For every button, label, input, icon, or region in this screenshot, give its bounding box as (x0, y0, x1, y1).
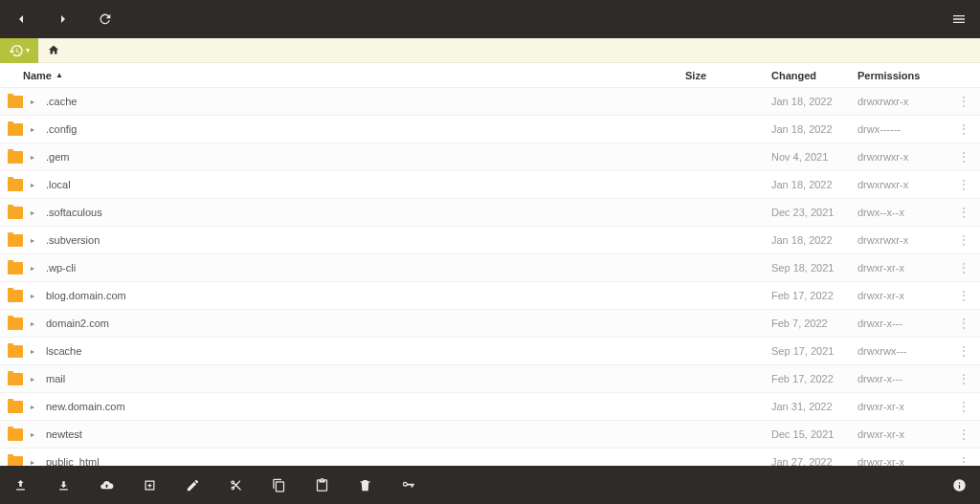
table-row[interactable]: ▸.gemNov 4, 2021drwxrwxr-x⋮ (0, 143, 980, 171)
forward-button[interactable] (52, 8, 75, 31)
header-changed-label: Changed (771, 70, 816, 81)
header-changed[interactable]: Changed (771, 70, 858, 81)
menu-button[interactable] (947, 8, 970, 31)
expand-caret-icon[interactable]: ▸ (31, 181, 38, 189)
home-breadcrumb[interactable] (38, 42, 69, 59)
folder-icon (8, 151, 23, 164)
table-row[interactable]: ▸domain2.comFeb 7, 2022drwxr-x---⋮ (0, 310, 980, 338)
header-size[interactable]: Size (685, 70, 771, 81)
expand-caret-icon[interactable]: ▸ (31, 236, 38, 245)
expand-caret-icon[interactable]: ▸ (31, 208, 38, 217)
folder-icon (8, 401, 23, 413)
file-name[interactable]: domain2.com (46, 318, 109, 329)
row-actions-button[interactable]: ⋮ (953, 427, 972, 442)
expand-caret-icon[interactable]: ▸ (31, 347, 38, 356)
header-name-label: Name (23, 70, 52, 81)
expand-caret-icon[interactable]: ▸ (31, 403, 38, 411)
name-cell: ▸new.domain.com (8, 401, 685, 413)
history-dropdown-button[interactable]: ▾ (0, 38, 38, 63)
folder-icon (8, 428, 23, 441)
refresh-button[interactable] (94, 8, 117, 31)
table-row[interactable]: ▸.subversionJan 18, 2022drwxrwxr-x⋮ (0, 227, 980, 254)
expand-caret-icon[interactable]: ▸ (31, 153, 38, 162)
expand-caret-icon[interactable]: ▸ (31, 98, 38, 106)
table-row[interactable]: ▸blog.domain.comFeb 17, 2022drwxr-xr-x⋮ (0, 282, 980, 310)
changed-cell: Jan 18, 2022 (771, 234, 858, 246)
permissions-cell: drwxr-x--- (858, 373, 953, 384)
file-name[interactable]: blog.domain.com (46, 290, 126, 301)
header-name[interactable]: Name ▲ (8, 70, 685, 81)
permissions-cell: drwxrwxr-x (858, 96, 953, 107)
table-row[interactable]: ▸new.domain.comJan 31, 2022drwxr-xr-x⋮ (0, 393, 980, 421)
changed-cell: Dec 15, 2021 (771, 428, 858, 440)
file-name[interactable]: new.domain.com (46, 401, 125, 412)
table-row[interactable]: ▸.configJan 18, 2022drwx------⋮ (0, 116, 980, 143)
permissions-cell: drwxrwxr-x (858, 151, 953, 163)
name-cell: ▸.wp-cli (8, 262, 685, 274)
sort-indicator-icon: ▲ (56, 71, 63, 79)
file-name[interactable]: mail (46, 373, 65, 384)
name-cell: ▸mail (8, 373, 685, 385)
row-actions-button[interactable]: ⋮ (953, 260, 972, 275)
table-row[interactable]: ▸mailFeb 17, 2022drwxr-x---⋮ (0, 365, 980, 393)
folder-icon (8, 345, 23, 358)
permissions-cell: drwxr-xr-x (858, 456, 953, 466)
permissions-cell: drwxrwx--- (858, 345, 953, 357)
table-row[interactable]: ▸lscacheSep 17, 2021drwxrwx---⋮ (0, 338, 980, 365)
changed-cell: Dec 23, 2021 (771, 207, 858, 218)
folder-icon (8, 318, 23, 330)
file-name[interactable]: public_html (46, 456, 100, 466)
file-name[interactable]: .local (46, 179, 71, 190)
row-actions-button[interactable]: ⋮ (953, 399, 972, 414)
nav-controls (10, 8, 117, 31)
header-size-label: Size (685, 70, 706, 81)
row-actions-button[interactable]: ⋮ (953, 232, 972, 248)
row-actions-button[interactable]: ⋮ (953, 343, 972, 359)
row-actions-button[interactable]: ⋮ (953, 205, 972, 220)
name-cell: ▸newtest (8, 428, 685, 441)
table-row[interactable]: ▸.cacheJan 18, 2022drwxrwxr-x⋮ (0, 88, 980, 116)
expand-caret-icon[interactable]: ▸ (31, 458, 38, 467)
row-actions-button[interactable]: ⋮ (953, 316, 972, 331)
row-actions-button[interactable]: ⋮ (953, 149, 972, 164)
table-row[interactable]: ▸.localJan 18, 2022drwxrwxr-x⋮ (0, 171, 980, 199)
folder-icon (8, 373, 23, 385)
row-actions-button[interactable]: ⋮ (953, 288, 972, 303)
expand-caret-icon[interactable]: ▸ (31, 264, 38, 273)
row-actions-button[interactable]: ⋮ (953, 454, 972, 466)
expand-caret-icon[interactable]: ▸ (31, 292, 38, 300)
file-name[interactable]: newtest (46, 428, 82, 440)
row-actions-button[interactable]: ⋮ (953, 371, 972, 386)
header-permissions[interactable]: Permissions (858, 70, 953, 81)
folder-icon (8, 123, 23, 136)
file-name[interactable]: .softaculous (46, 207, 102, 218)
expand-caret-icon[interactable]: ▸ (31, 125, 38, 134)
header-permissions-label: Permissions (858, 70, 920, 81)
row-actions-button[interactable]: ⋮ (953, 177, 972, 192)
file-name[interactable]: .cache (46, 96, 77, 107)
dropdown-caret-icon: ▾ (26, 46, 30, 55)
table-header: Name ▲ Size Changed Permissions (0, 63, 980, 88)
expand-caret-icon[interactable]: ▸ (31, 319, 38, 328)
row-actions-button[interactable]: ⋮ (953, 121, 972, 137)
changed-cell: Jan 31, 2022 (771, 401, 858, 412)
table-row[interactable]: ▸.softaculousDec 23, 2021drwx--x--x⋮ (0, 199, 980, 227)
table-row[interactable]: ▸.wp-cliSep 18, 2021drwxr-xr-x⋮ (0, 254, 980, 282)
changed-cell: Feb 17, 2022 (771, 373, 858, 384)
file-name[interactable]: lscache (46, 345, 81, 357)
file-name[interactable]: .gem (46, 151, 69, 163)
permissions-cell: drwx--x--x (858, 207, 953, 218)
changed-cell: Nov 4, 2021 (771, 151, 858, 163)
changed-cell: Jan 18, 2022 (771, 123, 858, 135)
expand-caret-icon[interactable]: ▸ (31, 430, 38, 439)
name-cell: ▸.softaculous (8, 207, 685, 219)
file-name[interactable]: .wp-cli (46, 262, 76, 274)
back-button[interactable] (10, 8, 33, 31)
expand-caret-icon[interactable]: ▸ (31, 375, 38, 383)
permissions-cell: drwx------ (858, 123, 953, 135)
file-name[interactable]: .config (46, 123, 77, 135)
row-actions-button[interactable]: ⋮ (953, 94, 972, 109)
table-row[interactable]: ▸newtestDec 15, 2021drwxr-xr-x⋮ (0, 421, 980, 449)
file-name[interactable]: .subversion (46, 234, 100, 246)
table-row[interactable]: ▸public_htmlJan 27, 2022drwxr-xr-x⋮ (0, 449, 980, 466)
